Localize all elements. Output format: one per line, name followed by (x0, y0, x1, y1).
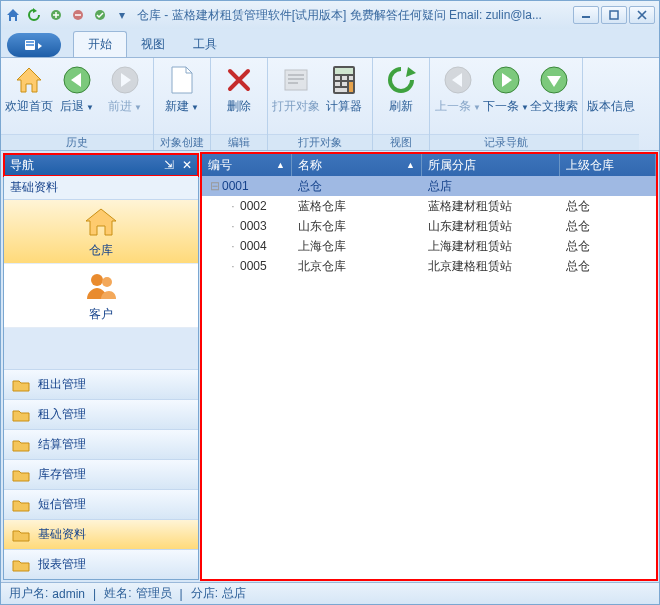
minimize-button[interactable] (573, 6, 599, 24)
qat-check-button[interactable] (91, 6, 109, 24)
tree-collapse-icon[interactable]: ⊟ (208, 179, 222, 193)
svg-point-38 (102, 277, 112, 287)
maximize-button[interactable] (601, 6, 627, 24)
cell-name: 上海仓库 (292, 238, 422, 255)
svg-rect-9 (26, 44, 34, 46)
accordion-item[interactable]: 结算管理 (4, 429, 198, 459)
qat-refresh-button[interactable] (25, 6, 43, 24)
status-branch: 总店 (222, 585, 246, 602)
tab-tools[interactable]: 工具 (179, 32, 231, 57)
tab-start[interactable]: 开始 (73, 31, 127, 57)
refresh-icon (385, 64, 417, 96)
refresh-button[interactable]: 刷新 (377, 60, 425, 119)
table-row[interactable]: ·0005北京仓库北京建格租赁站总仓 (202, 256, 656, 276)
accordion-item[interactable]: 基础资料 (4, 519, 198, 549)
col-num[interactable]: 编号▲ (202, 154, 292, 176)
cell-branch: 山东建材租赁站 (422, 218, 560, 235)
group-create-label: 对象创建 (154, 134, 210, 150)
open-object-button[interactable]: 打开对象 (272, 60, 320, 119)
qat-remove-button[interactable] (69, 6, 87, 24)
app-home-icon[interactable] (5, 7, 21, 23)
delete-icon (223, 64, 255, 96)
accordion-item[interactable]: 租入管理 (4, 399, 198, 429)
cell-num: 0002 (240, 199, 267, 213)
svg-rect-19 (288, 82, 298, 84)
svg-marker-29 (406, 67, 416, 77)
accordion-item[interactable]: 租出管理 (4, 369, 198, 399)
cell-name: 蓝格仓库 (292, 198, 422, 215)
window-title: 仓库 - 蓝格建材租赁管理软件[试用版本] 免费解答任何疑问 Email: zu… (137, 7, 573, 24)
titlebar: ▾ 仓库 - 蓝格建材租赁管理软件[试用版本] 免费解答任何疑问 Email: … (1, 1, 659, 29)
quick-access-toolbar: ▾ (5, 6, 131, 24)
folder-icon (12, 438, 30, 452)
folder-icon (12, 498, 30, 512)
main-window: ▾ 仓库 - 蓝格建材租赁管理软件[试用版本] 免费解答任何疑问 Email: … (0, 0, 660, 605)
col-parent[interactable]: 上级仓库 (560, 154, 656, 176)
sort-asc-icon: ▲ (406, 160, 415, 170)
new-button[interactable]: 新建▼ (158, 60, 206, 119)
calculator-button[interactable]: 计算器 (320, 60, 368, 119)
col-name[interactable]: 名称▲ (292, 154, 422, 176)
svg-marker-0 (7, 9, 19, 21)
cell-parent: 总仓 (560, 238, 656, 255)
svg-rect-21 (335, 68, 353, 74)
accordion-item[interactable]: 库存管理 (4, 459, 198, 489)
app-menu-button[interactable] (7, 33, 61, 57)
table-row[interactable]: ·0004上海仓库上海建材租赁站总仓 (202, 236, 656, 256)
cell-branch: 总店 (422, 178, 560, 195)
accordion-item[interactable]: 短信管理 (4, 489, 198, 519)
qat-drop-icon[interactable]: ▾ (113, 6, 131, 24)
people-icon (83, 268, 119, 304)
status-bar: 用户名: admin | 姓名: 管理员 | 分店: 总店 (1, 582, 659, 604)
qat-add-button[interactable] (47, 6, 65, 24)
tab-view[interactable]: 视图 (127, 32, 179, 57)
ribbon: 欢迎首页 后退▼ 前进▼ 历史 新建▼ 对象创建 (1, 57, 659, 151)
version-info-button[interactable]: 版本信息 (587, 60, 635, 119)
next-record-button[interactable]: 下一条▼ (482, 60, 530, 119)
accordion-label: 短信管理 (38, 496, 86, 513)
close-button[interactable] (629, 6, 655, 24)
prev-record-button[interactable]: 上一条▼ (434, 60, 482, 119)
delete-button[interactable]: 删除 (215, 60, 263, 119)
table-row[interactable]: ·0002蓝格仓库蓝格建材租赁站总仓 (202, 196, 656, 216)
cell-name: 总仓 (292, 178, 422, 195)
forward-button[interactable]: 前进▼ (101, 60, 149, 119)
accordion-item[interactable]: 报表管理 (4, 549, 198, 579)
accordion-label: 结算管理 (38, 436, 86, 453)
svg-marker-1 (33, 8, 37, 13)
accordion-label: 库存管理 (38, 466, 86, 483)
cell-parent: 总仓 (560, 258, 656, 275)
nav-customer[interactable]: 客户 (4, 264, 198, 328)
folder-icon (12, 528, 30, 542)
table-row[interactable]: ⊟0001总仓总店 (202, 176, 656, 196)
search-down-icon (538, 64, 570, 96)
nav-warehouse[interactable]: 仓库 (4, 200, 198, 264)
cell-name: 北京仓库 (292, 258, 422, 275)
tree-leaf-icon: · (226, 199, 240, 213)
back-button[interactable]: 后退▼ (53, 60, 101, 119)
cell-num: 0001 (222, 179, 249, 193)
forward-icon (109, 64, 141, 96)
svg-point-37 (91, 274, 103, 286)
fulltext-search-button[interactable]: 全文搜索 (530, 60, 578, 119)
sort-asc-icon: ▲ (276, 160, 285, 170)
tree-leaf-icon: · (226, 239, 240, 253)
svg-rect-27 (349, 82, 353, 92)
client-area: 导航 ⇲ ✕ 基础资料 仓库 客户 租出管理租入管理结算管理库存管理短信管理基础… (1, 151, 659, 582)
nav-close-icon[interactable]: ✕ (182, 158, 192, 172)
svg-marker-10 (38, 43, 42, 49)
home-icon (13, 64, 45, 96)
svg-marker-36 (86, 209, 116, 235)
nav-pin-icon[interactable]: ⇲ (164, 158, 174, 172)
tree-leaf-icon: · (226, 219, 240, 233)
table-row[interactable]: ·0003山东仓库山东建材租赁站总仓 (202, 216, 656, 236)
welcome-button[interactable]: 欢迎首页 (5, 60, 53, 119)
svg-rect-25 (335, 82, 340, 86)
data-grid: 编号▲ 名称▲ 所属分店 上级仓库 ⊟0001总仓总店·0002蓝格仓库蓝格建材… (201, 153, 657, 580)
col-branch[interactable]: 所属分店 (422, 154, 560, 176)
nav-section-title: 基础资料 (4, 176, 198, 200)
accordion-label: 租出管理 (38, 376, 86, 393)
svg-rect-24 (349, 76, 353, 80)
cell-branch: 上海建材租赁站 (422, 238, 560, 255)
status-name: 管理员 (136, 585, 172, 602)
